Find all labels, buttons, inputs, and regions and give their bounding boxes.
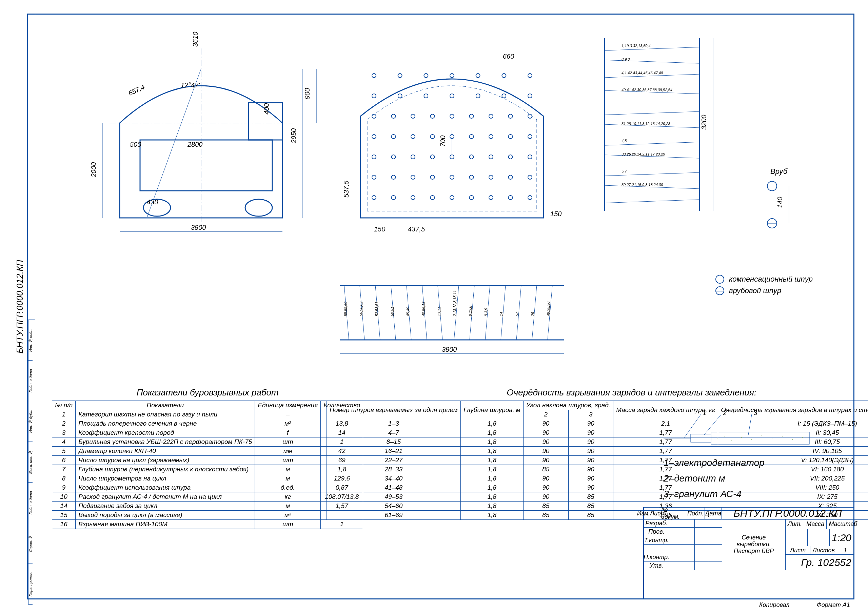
- legend: компенсационный шпур врубовой шпур: [715, 272, 813, 298]
- svg-point-157: [761, 435, 762, 436]
- svg-point-51: [489, 135, 493, 139]
- svg-point-77: [470, 195, 474, 200]
- svg-text:12°47': 12°47': [181, 81, 200, 89]
- svg-text:3610: 3610: [192, 32, 199, 47]
- svg-point-65: [411, 175, 415, 179]
- svg-text:8,13,8: 8,13,8: [468, 306, 472, 316]
- svg-point-46: [392, 135, 396, 139]
- drawing-face-pattern: 660 700 150 437,5 150 537,5: [333, 28, 570, 248]
- svg-point-50: [470, 135, 474, 139]
- svg-text:3200: 3200: [700, 115, 708, 130]
- svg-point-69: [489, 175, 493, 179]
- svg-point-76: [450, 195, 454, 200]
- svg-text:14: 14: [499, 312, 504, 316]
- svg-point-33: [476, 94, 480, 98]
- svg-point-42: [489, 114, 493, 118]
- svg-point-27: [502, 74, 506, 77]
- svg-point-47: [411, 135, 415, 139]
- svg-text:8,9,3: 8,9,3: [622, 57, 630, 61]
- svg-point-23: [398, 74, 402, 77]
- svg-text:30,26,20,14,2,11,17,23,29: 30,26,20,14,2,11,17,23,29: [622, 152, 665, 156]
- svg-point-57: [431, 155, 435, 159]
- svg-point-34: [502, 94, 506, 98]
- svg-text:58,59,60: 58,59,60: [344, 301, 347, 316]
- svg-point-144: [767, 181, 777, 191]
- svg-point-30: [398, 94, 402, 98]
- svg-line-166: [748, 415, 752, 435]
- svg-point-54: [372, 155, 376, 159]
- svg-text:31,28,10,11,8,12,13,14,20,28: 31,28,10,11,8,12,13,14,20,28: [622, 122, 671, 126]
- svg-text:5,7: 5,7: [622, 169, 627, 173]
- svg-point-66: [431, 175, 435, 179]
- svg-point-154: [731, 440, 732, 441]
- svg-point-31: [424, 94, 428, 98]
- svg-point-153: [724, 436, 725, 437]
- svg-text:4,1,42,43,44,45,46,47,48: 4,1,42,43,44,45,46,47,48: [622, 71, 663, 75]
- svg-point-72: [372, 195, 376, 200]
- svg-line-164: [704, 415, 721, 435]
- svg-point-61: [508, 155, 513, 159]
- svg-text:2950: 2950: [290, 128, 298, 144]
- svg-text:40,56,13: 40,56,13: [422, 301, 426, 316]
- svg-point-24: [424, 74, 428, 77]
- svg-text:52,53,51: 52,53,51: [375, 302, 379, 316]
- svg-point-59: [470, 155, 474, 159]
- svg-line-92: [604, 60, 699, 63]
- svg-line-105: [604, 172, 699, 176]
- svg-point-43: [508, 114, 513, 118]
- svg-rect-151: [711, 432, 809, 444]
- svg-point-152: [718, 438, 718, 438]
- svg-point-40: [450, 114, 454, 118]
- svg-point-68: [470, 175, 474, 179]
- svg-text:2800: 2800: [187, 141, 203, 148]
- svg-point-70: [508, 175, 513, 179]
- svg-point-73: [392, 195, 396, 200]
- svg-point-56: [411, 155, 415, 159]
- svg-point-159: [782, 437, 783, 437]
- svg-point-53: [528, 135, 532, 139]
- svg-point-6: [245, 199, 272, 216]
- drawing-side-section: 1,19,3,32,13,50,48,9,34,1,42,43,44,45,46…: [584, 28, 727, 221]
- svg-text:3800: 3800: [442, 346, 457, 353]
- svg-point-36: [372, 114, 376, 118]
- svg-text:57: 57: [515, 312, 519, 316]
- svg-point-158: [772, 438, 772, 439]
- title-block: Изм.Лист № докум. Подп. Дата БНТУ.ПГР.00…: [643, 507, 853, 598]
- svg-text:1: 1: [702, 409, 706, 416]
- svg-point-55: [392, 155, 396, 159]
- svg-rect-150: [691, 434, 711, 442]
- svg-text:30,27,21,15,9,3,18,24,30: 30,27,21,15,9,3,18,24,30: [622, 183, 663, 187]
- svg-point-22: [372, 74, 376, 77]
- svg-point-26: [476, 74, 480, 77]
- svg-point-62: [528, 155, 532, 159]
- drawing-cross-section-machine: 3800 2950 900 2000 500 2800 430 400 12°4…: [79, 28, 323, 248]
- drawing-plan-strip: 58,59,6056,58,6252,53,5150,5145,4940,56,…: [327, 272, 577, 367]
- svg-text:150: 150: [550, 210, 561, 218]
- svg-point-48: [431, 135, 435, 139]
- svg-text:13,11: 13,11: [437, 306, 441, 316]
- svg-text:50,51: 50,51: [390, 306, 394, 316]
- table-indicators: Показатели буровзрывных работ № п/пПоказ…: [52, 387, 363, 529]
- svg-text:700: 700: [439, 136, 446, 147]
- svg-point-52: [508, 135, 513, 139]
- svg-text:4,8: 4,8: [622, 139, 627, 142]
- svg-point-80: [528, 195, 532, 200]
- svg-text:150: 150: [374, 225, 385, 233]
- svg-point-78: [489, 195, 493, 200]
- svg-text:400: 400: [263, 103, 270, 115]
- svg-point-41: [470, 114, 474, 118]
- svg-point-79: [508, 195, 513, 200]
- svg-text:537,5: 537,5: [343, 180, 350, 198]
- svg-line-101: [604, 142, 699, 146]
- svg-line-109: [604, 200, 699, 203]
- side-filecode: БНТУ.ПГР.0000.012.КП: [15, 260, 25, 353]
- svg-text:900: 900: [304, 88, 311, 99]
- svg-text:660: 660: [503, 53, 514, 60]
- svg-point-37: [392, 114, 396, 118]
- svg-rect-3: [140, 140, 272, 191]
- svg-point-75: [431, 195, 435, 200]
- svg-text:1,19,3,32,13,50,4: 1,19,3,32,13,50,4: [622, 44, 651, 48]
- svg-point-67: [450, 175, 454, 179]
- svg-line-90: [604, 47, 699, 51]
- svg-text:40,41,42,30,36,37,38,39,52,54: 40,41,42,30,36,37,38,39,52,54: [622, 88, 673, 92]
